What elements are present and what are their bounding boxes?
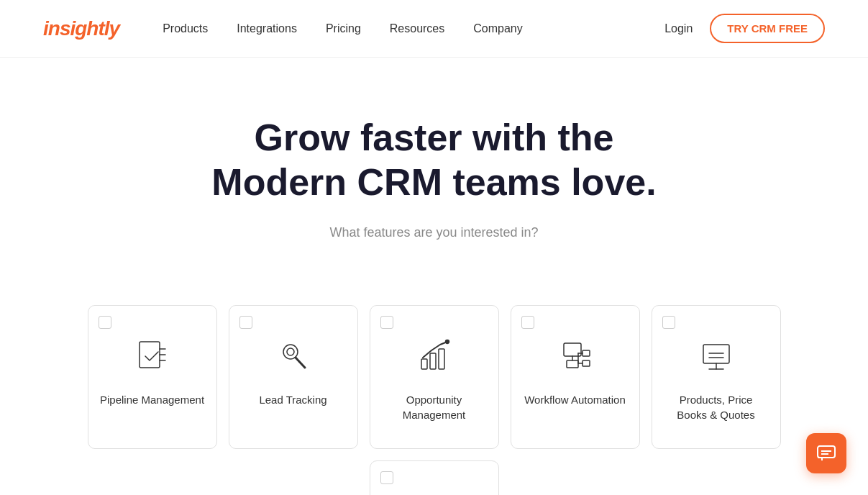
- svg-point-7: [445, 340, 449, 343]
- try-crm-button[interactable]: TRY CRM FREE: [710, 14, 825, 43]
- svg-rect-5: [430, 353, 436, 369]
- nav-pricing[interactable]: Pricing: [326, 22, 361, 35]
- hero-section: Grow faster with the Modern CRM teams lo…: [0, 58, 868, 305]
- navbar: insightly Products Integrations Pricing …: [0, 0, 868, 58]
- card-products-price[interactable]: Products, Price Books & Quotes: [652, 305, 781, 449]
- checkbox-opportunity[interactable]: [380, 316, 393, 329]
- card-workflow-label: Workflow Automation: [524, 392, 626, 407]
- card-pipeline-label: Pipeline Management: [100, 392, 204, 407]
- chat-button[interactable]: [806, 433, 846, 473]
- hero-title: Grow faster with the Modern CRM teams lo…: [183, 115, 686, 205]
- nav-company[interactable]: Company: [473, 22, 522, 35]
- checkbox-lead[interactable]: [239, 316, 252, 329]
- nav-links: Products Integrations Pricing Resources …: [163, 22, 664, 35]
- card-products-label: Products, Price Books & Quotes: [664, 392, 769, 422]
- workflow-icon: [554, 335, 597, 378]
- pipeline-icon: [131, 335, 174, 378]
- checkbox-workflow[interactable]: [521, 316, 534, 329]
- checkbox-pipeline[interactable]: [99, 316, 111, 329]
- svg-rect-16: [703, 345, 729, 363]
- project-icon: [413, 490, 456, 495]
- card-workflow-automation[interactable]: Workflow Automation: [511, 305, 640, 449]
- card-project-management[interactable]: Project Management: [370, 460, 499, 495]
- svg-line-3: [296, 358, 305, 368]
- svg-point-2: [287, 348, 294, 355]
- card-lead-label: Lead Tracking: [259, 392, 326, 407]
- svg-rect-6: [439, 349, 444, 369]
- svg-rect-10: [567, 360, 578, 368]
- card-pipeline-management[interactable]: Pipeline Management: [88, 305, 217, 449]
- nav-integrations[interactable]: Integrations: [237, 22, 297, 35]
- svg-rect-4: [421, 359, 427, 369]
- products-icon: [695, 335, 738, 378]
- svg-rect-12: [583, 360, 590, 366]
- svg-rect-0: [140, 342, 160, 368]
- card-opportunity-label: Opportunity Management: [382, 392, 487, 422]
- nav-resources[interactable]: Resources: [390, 22, 444, 35]
- nav-actions: Login TRY CRM FREE: [664, 14, 825, 43]
- checkbox-project[interactable]: [380, 471, 393, 484]
- hero-subtitle: What features are you interested in?: [29, 225, 839, 240]
- login-button[interactable]: Login: [664, 22, 693, 35]
- lead-icon: [272, 335, 315, 378]
- feature-cards: Pipeline Management Lead Tracking: [0, 305, 868, 495]
- svg-rect-11: [583, 350, 590, 356]
- logo[interactable]: insightly: [43, 17, 119, 40]
- card-opportunity-management[interactable]: Opportunity Management: [370, 305, 499, 449]
- checkbox-products[interactable]: [662, 316, 675, 329]
- nav-products[interactable]: Products: [163, 22, 208, 35]
- card-lead-tracking[interactable]: Lead Tracking: [229, 305, 358, 449]
- opportunity-icon: [413, 335, 456, 378]
